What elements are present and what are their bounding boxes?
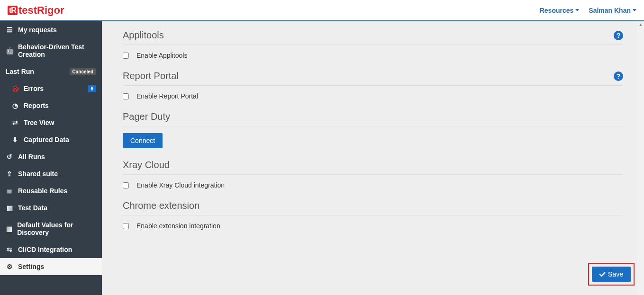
applitools-checkbox-row: Enable Applitools	[123, 45, 623, 62]
sidebar-item-errors[interactable]: 🐞 Errors 6	[0, 80, 102, 97]
enable-xray-cloud-label: Enable Xray Cloud integration	[136, 181, 225, 189]
section-title-pager-duty: Pager Duty	[123, 103, 623, 126]
gear-icon: ⚙	[6, 263, 13, 270]
logo-badge: tR	[8, 6, 18, 15]
sidebar-item-shared-suite[interactable]: ⇪ Shared suite	[0, 165, 102, 182]
enable-chrome-ext-label: Enable extension integration	[136, 222, 220, 230]
sidebar-item-label: All Runs	[18, 153, 45, 161]
sidebar-item-label: Tree View	[24, 119, 54, 126]
report-portal-checkbox-row: Enable Report Portal	[123, 86, 623, 103]
sidebar-item-last-run[interactable]: Last Run Canceled	[0, 63, 102, 80]
check-icon	[599, 270, 605, 277]
scroll-up-arrow-icon[interactable]: ▲	[637, 21, 644, 28]
section-title-text: Xray Cloud	[123, 160, 170, 170]
sidebar-item-reports[interactable]: ◔ Reports	[0, 97, 102, 114]
sidebar-item-label: Settings	[18, 263, 44, 270]
sidebar-item-cicd[interactable]: ⇆ CI/CD Integration	[0, 241, 102, 258]
sidebar-item-tree-view[interactable]: ⇄ Tree View	[0, 114, 102, 131]
sidebar-item-label: Test Data	[18, 204, 47, 212]
last-run-status-badge: Canceled	[70, 68, 96, 75]
sidebar: ☰ My requests 🤖 Behavior-Driven Test Cre…	[0, 21, 102, 295]
user-menu[interactable]: Salman Khan	[589, 7, 636, 14]
download-icon: ⬇	[11, 136, 19, 143]
errors-count-badge: 6	[88, 85, 96, 92]
main-wrap: Applitools ? Enable Applitools Report Po…	[102, 21, 644, 295]
pager-duty-button-row: Connect	[123, 126, 623, 151]
table-icon: ▦	[6, 204, 13, 212]
sidebar-item-all-runs[interactable]: ↺ All Runs	[0, 148, 102, 165]
top-nav: Resources Salman Khan	[540, 7, 636, 14]
sidebar-item-label: Reports	[24, 102, 49, 109]
help-icon[interactable]: ?	[614, 31, 623, 40]
sidebar-item-label: Reusable Rules	[18, 187, 67, 195]
user-name: Salman Khan	[589, 7, 631, 14]
sidebar-item-reusable-rules[interactable]: ≣ Reusable Rules	[0, 182, 102, 199]
sidebar-item-label: Shared suite	[18, 170, 58, 178]
section-title-chrome-extension: Chrome extension	[123, 192, 623, 215]
enable-xray-cloud-checkbox[interactable]	[123, 182, 129, 188]
section-title-xray-cloud: Xray Cloud	[123, 151, 623, 175]
vertical-scrollbar[interactable]: ▲	[637, 21, 644, 295]
section-title-text: Pager Duty	[123, 111, 170, 122]
tree-icon: ⇄	[11, 119, 19, 126]
sidebar-item-label: Behavior-Driven Test Creation	[18, 43, 96, 58]
section-title-text: Report Portal	[123, 71, 179, 81]
save-button-label: Save	[608, 270, 623, 278]
section-title-report-portal: Report Portal ?	[123, 62, 623, 86]
enable-report-portal-checkbox[interactable]	[123, 93, 129, 99]
history-icon: ↺	[6, 153, 13, 161]
save-button[interactable]: Save	[592, 267, 631, 282]
logo-text: testRigor	[18, 4, 64, 17]
sidebar-item-label: Errors	[24, 85, 44, 92]
save-button-highlight: Save	[588, 263, 635, 286]
pie-chart-icon: ◔	[11, 102, 19, 109]
sidebar-item-captured-data[interactable]: ⬇ Captured Data	[0, 131, 102, 148]
enable-applitools-label: Enable Applitools	[136, 52, 187, 59]
section-title-text: Chrome extension	[123, 200, 200, 211]
rules-icon: ≣	[6, 187, 13, 195]
pager-duty-connect-button[interactable]: Connect	[123, 133, 163, 148]
shuffle-icon: ⇆	[6, 246, 13, 253]
enable-chrome-ext-checkbox[interactable]	[123, 223, 129, 229]
section-title-applitools: Applitools ?	[123, 30, 623, 45]
sidebar-item-label: Captured Data	[24, 136, 69, 143]
resources-dropdown[interactable]: Resources	[540, 7, 580, 14]
settings-panel: Applitools ? Enable Applitools Report Po…	[109, 21, 637, 247]
sidebar-item-my-requests[interactable]: ☰ My requests	[0, 21, 102, 38]
robot-icon: 🤖	[6, 47, 13, 54]
sidebar-item-test-data[interactable]: ▦ Test Data	[0, 199, 102, 216]
sidebar-item-label: My requests	[18, 26, 57, 34]
sidebar-item-label: Default Values for Discovery	[17, 221, 96, 236]
chevron-down-icon	[633, 9, 636, 11]
logo[interactable]: tR testRigor	[8, 4, 64, 17]
main-content: Applitools ? Enable Applitools Report Po…	[109, 21, 637, 295]
sidebar-item-settings[interactable]: ⚙ Settings	[0, 258, 102, 275]
sidebar-item-bdt-creation[interactable]: 🤖 Behavior-Driven Test Creation	[0, 38, 102, 63]
help-icon[interactable]: ?	[614, 72, 623, 81]
section-title-text: Applitools	[123, 30, 164, 41]
share-icon: ⇪	[6, 170, 13, 178]
last-run-label: Last Run	[6, 68, 34, 75]
enable-applitools-checkbox[interactable]	[123, 53, 129, 59]
sidebar-item-label: CI/CD Integration	[18, 246, 72, 253]
grid-icon: ▦	[6, 225, 12, 232]
resources-label: Resources	[540, 7, 574, 14]
topbar: tR testRigor Resources Salman Khan	[0, 0, 644, 21]
chrome-ext-checkbox-row: Enable extension integration	[123, 215, 623, 232]
bug-icon: 🐞	[11, 85, 19, 92]
enable-report-portal-label: Enable Report Portal	[136, 92, 198, 100]
list-icon: ☰	[6, 26, 13, 34]
chevron-down-icon	[575, 9, 579, 11]
sidebar-item-default-values[interactable]: ▦ Default Values for Discovery	[0, 216, 102, 241]
xray-cloud-checkbox-row: Enable Xray Cloud integration	[123, 175, 623, 192]
